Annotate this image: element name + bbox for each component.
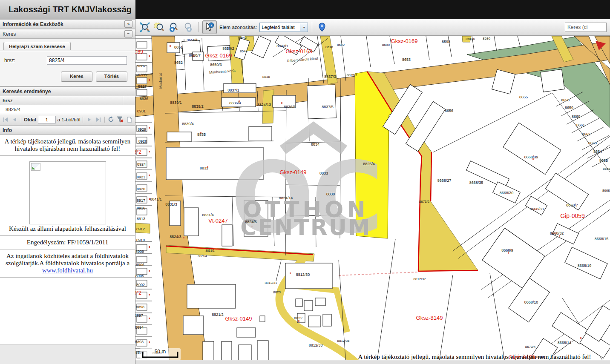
clear-button[interactable]: Törlés (96, 72, 127, 82)
app-root: { "title": "Lakossági TRT KMJVlakosság",… (0, 0, 610, 364)
collapse-sidebar-button[interactable]: « (124, 20, 132, 28)
zoom-box-icon[interactable] (153, 21, 165, 33)
search-button[interactable]: Keres (61, 72, 92, 82)
identify-select[interactable]: Legfelső találat ▼ (259, 23, 308, 32)
toolbar-separator (198, 22, 199, 32)
pager-first-icon[interactable] (2, 116, 9, 123)
panel-search-title: Keres (3, 31, 16, 37)
info-empty-area (0, 280, 135, 344)
results-row[interactable]: 8825/4 (0, 105, 135, 114)
pager-bar: Oldal a 1-ból/ből (0, 114, 135, 125)
info-disclaimer: A térkép tájékoztató jellegű, másolata s… (0, 135, 135, 156)
chevron-down-icon[interactable]: ▼ (300, 23, 308, 31)
identify-label: Elem azonosítás: (219, 25, 257, 30)
panel-header-info[interactable]: Info (0, 125, 135, 135)
info-license: Engedélyszám: FF/1059/1/2011 (0, 236, 135, 249)
zoom-previous-icon[interactable] (168, 21, 180, 33)
info-land-section: Az ingatlanok közhiteles adatait a földh… (0, 249, 135, 278)
title-bar-left: Lakossági TRT KMJVlakosság (0, 0, 135, 20)
page-title: Lakossági TRT KMJVlakosság (0, 0, 135, 19)
info-basedata-text: Készült az állami alapadatok felhasználá… (4, 225, 131, 232)
pager-page-label: Oldal (24, 117, 36, 122)
zoom-next-icon[interactable] (182, 21, 194, 33)
broken-image-icon (31, 163, 40, 171)
panel-header-results[interactable]: Keresés eredménye (0, 86, 135, 96)
info-panel-body: A térkép tájékoztató jellegű, másolata s… (0, 135, 135, 344)
info-basedata-section: Készült az állami alapadatok felhasználá… (0, 156, 135, 236)
toolbar-separator2 (312, 22, 312, 32)
foldhivatal-link[interactable]: www.foldhivatal.hu (42, 267, 93, 274)
pager-separator (21, 117, 21, 123)
tab-hrsz-search[interactable]: Helyrajzi szám keresése (3, 42, 71, 50)
panel-results-title: Keresés eredménye (3, 89, 51, 95)
export-doc-icon[interactable] (126, 116, 133, 123)
map-horizontal-scrollbar[interactable] (135, 360, 610, 364)
search-tabstrip: Helyrajzi szám keresése (0, 39, 135, 51)
hrsz-label: hrsz: (4, 57, 47, 63)
panel-header-tools[interactable]: Információk és Eszközök « (0, 19, 135, 29)
otthon-centrum-watermark: OC OTTHON CENTRUM (231, 128, 381, 255)
pager-page-input[interactable] (38, 116, 56, 123)
pager-prev-icon[interactable] (11, 116, 18, 123)
pager-separator2 (83, 117, 83, 123)
results-row-value: 8825/4 (0, 107, 20, 112)
map-toolbar: i Elem azonosítás: Legfelső találat ▼ (135, 19, 610, 36)
svg-text:CENTRUM: CENTRUM (240, 215, 371, 240)
cadastral-map[interactable]: OC OTTHON CENTRUM (135, 36, 610, 364)
map-canvas[interactable]: OC OTTHON CENTRUM 9387938689378936893189… (135, 36, 610, 364)
search-panel-body: Helyrajzi szám keresése hrsz: Keres Törl… (0, 39, 135, 86)
panel-info-title: Info (3, 127, 12, 133)
title-bar: Lakossági TRT KMJVlakosság (0, 0, 610, 19)
map-pin-icon[interactable] (316, 21, 328, 33)
pager-separator3 (104, 117, 105, 123)
sidebar: Információk és Eszközök « Keres − Helyra… (0, 19, 135, 364)
scale-bar-label: 50 m (140, 349, 181, 355)
pager-next-icon[interactable] (86, 116, 93, 123)
identify-select-value: Legfelső találat (260, 25, 300, 30)
refresh-icon[interactable] (107, 116, 115, 123)
clear-filter-icon[interactable] (116, 116, 124, 123)
minimize-search-button[interactable]: − (124, 30, 132, 37)
zoom-extent-icon[interactable] (139, 21, 151, 33)
broken-image-placeholder (29, 161, 106, 224)
hrsz-input[interactable] (47, 56, 127, 65)
pager-of-label: a 1-ból/ből (58, 117, 81, 122)
info-land-text: Az ingatlanok közhiteles adatait a földh… (6, 252, 129, 267)
pager-last-icon[interactable] (95, 116, 102, 123)
results-column-hrsz[interactable]: hrsz (0, 98, 13, 103)
results-grid-header[interactable]: hrsz (0, 96, 135, 105)
panel-tools-title: Információk és Eszközök (3, 21, 63, 27)
results-column-separator (123, 96, 135, 105)
scale-bar: 50 m (140, 348, 181, 360)
panel-header-search[interactable]: Keres − (0, 29, 135, 39)
identify-tool-button[interactable]: i (202, 20, 217, 34)
map-search-input[interactable] (565, 23, 607, 32)
